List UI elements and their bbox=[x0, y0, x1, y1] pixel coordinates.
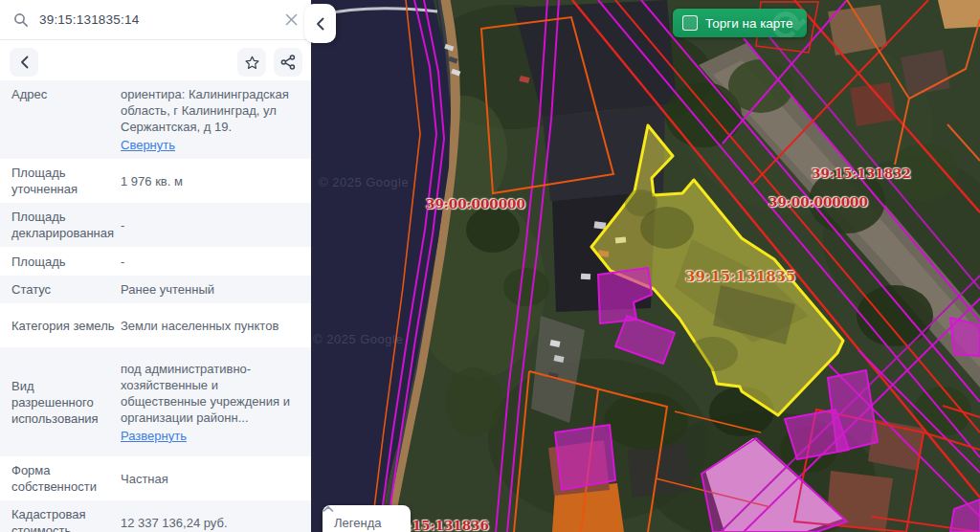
detail-row-status: Статус Ранее учтенный bbox=[0, 276, 311, 303]
favorite-button[interactable] bbox=[237, 48, 266, 77]
search-input[interactable]: 39:15:131835:14 bbox=[39, 12, 275, 27]
detail-toolbar bbox=[0, 40, 311, 80]
quarter-label: 39:00:000000 bbox=[426, 196, 525, 211]
back-button[interactable] bbox=[10, 48, 38, 77]
clear-search-icon[interactable] bbox=[285, 13, 298, 26]
search-bar[interactable]: 39:15:131835:14 bbox=[0, 0, 311, 40]
selected-parcel-label: 39:15:131835 bbox=[685, 268, 795, 285]
detail-row-permitted-use: Вид разрешенного использования под админ… bbox=[0, 347, 311, 456]
auctions-label: Торги на карте bbox=[705, 16, 793, 31]
legend-button[interactable]: Легенда bbox=[323, 505, 411, 532]
detail-value: ориентира: Калининградская область, г Ка… bbox=[121, 86, 301, 153]
detail-row-area-declared: Площадь декларированная - bbox=[0, 203, 311, 247]
detail-row-ownership: Форма собственности Частная bbox=[0, 456, 311, 500]
legend-label: Легенда bbox=[334, 516, 381, 530]
chevron-left-icon bbox=[316, 17, 324, 31]
quarter-label: 39:15:131832 bbox=[812, 166, 911, 181]
collapse-sidebar-button[interactable] bbox=[304, 4, 336, 43]
search-icon bbox=[13, 12, 29, 28]
detail-value: под административно-хозяйственные и обще… bbox=[121, 361, 301, 444]
collapse-link[interactable]: Свернуть bbox=[121, 137, 175, 153]
quarter-label: 39:00:000000 bbox=[768, 194, 868, 210]
detail-row-area: Площадь - bbox=[0, 247, 311, 276]
satellite-cadastral-layer bbox=[311, 0, 980, 532]
detail-row-cadastral-value: Кадастровая стоимость 12 337 136,24 руб. bbox=[0, 500, 311, 532]
detail-row-land-category: Категория земель Земли населенных пункто… bbox=[0, 303, 311, 347]
share-button[interactable] bbox=[274, 48, 302, 77]
parcel-details: Адрес ориентира: Калининградская область… bbox=[0, 80, 311, 532]
chevron-up-icon bbox=[323, 505, 334, 513]
sidebar: 39:15:131835:14 Адрес ориентира: Калинин… bbox=[0, 0, 311, 532]
google-watermark: © 2025 Google bbox=[319, 175, 409, 189]
detail-row-area-refined: Площадь уточненная 1 976 кв. м bbox=[0, 159, 311, 203]
auctions-checkbox[interactable] bbox=[682, 15, 698, 31]
map-canvas[interactable]: © 2025 Google © 2025 Google 39:00:000000… bbox=[311, 0, 980, 532]
auctions-on-map-button[interactable]: Торги на карте ⟳ bbox=[673, 9, 807, 37]
google-watermark: © 2025 Google bbox=[313, 332, 403, 346]
expand-link[interactable]: Развернуть bbox=[121, 428, 187, 444]
detail-row-address: Адрес ориентира: Калининградская область… bbox=[0, 80, 311, 159]
detail-label: Адрес bbox=[11, 86, 121, 102]
cadastral-map-app: 39:15:131835:14 Адрес ориентира: Калинин… bbox=[0, 0, 980, 532]
